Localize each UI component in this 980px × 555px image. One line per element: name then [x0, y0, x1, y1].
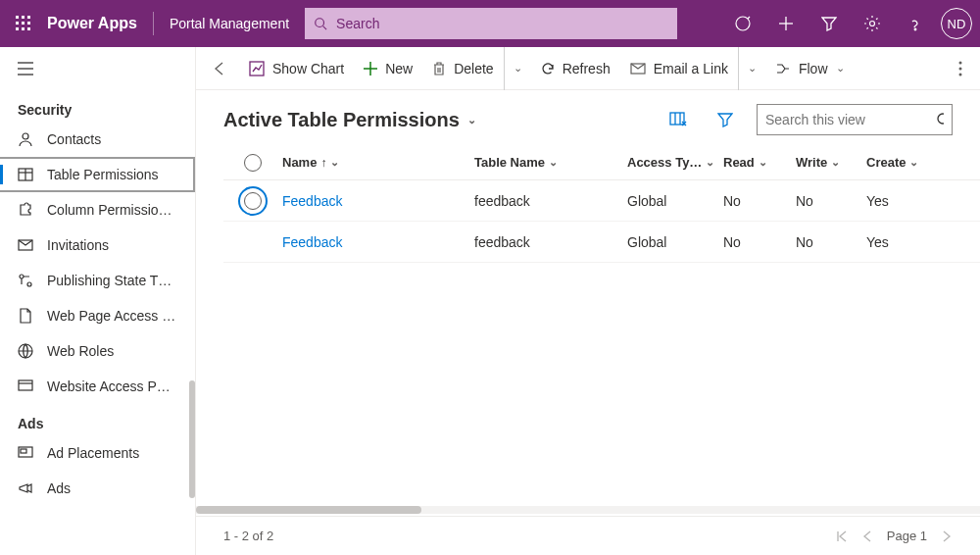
select-all[interactable] — [223, 154, 282, 172]
edit-columns-button[interactable] — [662, 104, 694, 135]
sidebar-group-security: Security — [0, 90, 195, 122]
sidebar-item-ad-placements[interactable]: Ad Placements — [0, 435, 195, 471]
svg-rect-1 — [22, 16, 24, 19]
svg-point-14 — [870, 22, 875, 26]
back-button[interactable] — [208, 61, 239, 76]
column-create[interactable]: Create⌄ — [866, 155, 935, 170]
nav-toggle[interactable] — [0, 47, 195, 90]
svg-rect-5 — [27, 22, 30, 25]
svg-rect-2 — [27, 16, 30, 19]
grid-footer: 1 - 2 of 2 Page 1 — [196, 516, 980, 555]
email-link-button[interactable]: Email a Link — [620, 47, 738, 90]
help-icon[interactable] — [894, 0, 937, 47]
data-grid: Name↑⌄ Table Name⌄ Access Ty…⌄ Read⌄ Wri… — [196, 145, 980, 263]
global-search[interactable] — [305, 8, 677, 39]
column-read[interactable]: Read⌄ — [723, 155, 796, 170]
table-row[interactable]: Feedback feedback Global No No Yes — [223, 180, 980, 222]
sidebar-item-web-roles[interactable]: Web Roles — [0, 333, 195, 369]
view-search[interactable] — [757, 104, 953, 135]
sidebar-item-label: Ads — [47, 480, 71, 496]
sidebar-item-label: Publishing State T… — [47, 273, 172, 288]
cmd-label: Email a Link — [654, 61, 728, 76]
page-label: Page 1 — [887, 529, 927, 543]
new-button[interactable]: New — [354, 47, 422, 90]
sidebar-item-invitations[interactable]: Invitations — [0, 227, 195, 263]
target-icon[interactable] — [721, 0, 764, 47]
cell-table-name: feedback — [474, 234, 627, 250]
sidebar-item-label: Website Access P… — [47, 378, 171, 394]
sidebar-item-contacts[interactable]: Contacts — [0, 122, 195, 157]
invitation-icon — [18, 237, 33, 253]
brand-label[interactable]: Power Apps — [47, 15, 153, 32]
sidebar-scrollbar[interactable] — [189, 380, 195, 498]
column-table-name[interactable]: Table Name⌄ — [474, 155, 627, 170]
record-count: 1 - 2 of 2 — [223, 529, 273, 543]
svg-rect-4 — [22, 22, 24, 25]
filter-icon[interactable] — [808, 0, 851, 47]
cell-write: No — [796, 234, 866, 250]
flow-button[interactable]: Flow ⌄ — [765, 47, 855, 90]
sidebar-item-web-page-access[interactable]: Web Page Access … — [0, 298, 195, 333]
app-name[interactable]: Portal Management — [154, 16, 305, 31]
prev-page-button[interactable] — [861, 530, 873, 542]
cell-table-name: feedback — [474, 193, 627, 209]
cmd-label: Show Chart — [272, 61, 344, 76]
svg-rect-7 — [22, 27, 24, 30]
delete-button[interactable]: Delete — [422, 47, 503, 90]
chevron-down-icon: ⌄ — [467, 114, 476, 126]
chevron-down-icon: ⌄ — [836, 62, 845, 75]
view-title[interactable]: Active Table Permissions ⌄ — [223, 109, 476, 131]
table-row[interactable]: Feedback feedback Global No No Yes — [223, 222, 980, 263]
refresh-button[interactable]: Refresh — [531, 47, 620, 90]
global-search-input[interactable] — [336, 16, 677, 31]
cell-access: Global — [627, 193, 723, 209]
sidebar-item-label: Table Permissions — [47, 167, 159, 182]
sidebar-item-table-permissions[interactable]: Table Permissions — [0, 157, 195, 192]
svg-line-10 — [323, 26, 327, 30]
column-access-type[interactable]: Access Ty…⌄ — [627, 155, 723, 170]
email-link-split[interactable]: ⌄ — [738, 47, 765, 90]
row-selector[interactable] — [223, 192, 282, 210]
record-link[interactable]: Feedback — [282, 234, 342, 250]
column-label: Write — [796, 155, 827, 170]
sidebar-item-ads[interactable]: Ads — [0, 471, 195, 506]
cmd-label: New — [385, 61, 413, 76]
view-title-text: Active Table Permissions — [223, 109, 460, 131]
placement-icon — [18, 445, 33, 461]
svg-point-24 — [20, 275, 24, 278]
svg-point-37 — [959, 73, 962, 76]
sidebar-item-column-permissions[interactable]: Column Permissio… — [0, 192, 195, 227]
svg-point-41 — [938, 114, 944, 124]
first-page-button[interactable] — [836, 530, 848, 542]
column-name[interactable]: Name↑⌄ — [282, 155, 474, 170]
svg-point-15 — [914, 28, 916, 30]
delete-split[interactable]: ⌄ — [504, 47, 531, 90]
cell-access: Global — [627, 234, 723, 250]
sidebar-item-label: Column Permissio… — [47, 202, 172, 218]
svg-point-19 — [23, 133, 28, 139]
add-icon[interactable] — [764, 0, 808, 47]
sidebar-item-publishing-state[interactable]: Publishing State T… — [0, 263, 195, 298]
transition-icon — [18, 273, 33, 288]
cmd-label: Flow — [799, 61, 828, 76]
svg-rect-8 — [27, 27, 30, 30]
user-avatar[interactable]: ND — [941, 8, 972, 39]
mail-icon — [630, 62, 646, 76]
view-search-input[interactable] — [765, 112, 937, 127]
record-link[interactable]: Feedback — [282, 193, 342, 209]
next-page-button[interactable] — [941, 530, 953, 542]
cell-read: No — [723, 193, 796, 209]
trash-icon — [432, 62, 446, 76]
column-label: Create — [866, 155, 906, 170]
waffle-button[interactable] — [0, 0, 47, 47]
sidebar-item-label: Invitations — [47, 237, 109, 253]
filter-button[interactable] — [710, 104, 741, 135]
sidebar-item-label: Contacts — [47, 131, 101, 147]
sidebar-item-website-access[interactable]: Website Access P… — [0, 369, 195, 404]
overflow-button[interactable] — [941, 61, 980, 76]
horizontal-scrollbar[interactable] — [196, 506, 980, 516]
column-write[interactable]: Write⌄ — [796, 155, 866, 170]
settings-icon[interactable] — [851, 0, 894, 47]
show-chart-button[interactable]: Show Chart — [239, 47, 354, 90]
globe-icon — [18, 343, 33, 359]
